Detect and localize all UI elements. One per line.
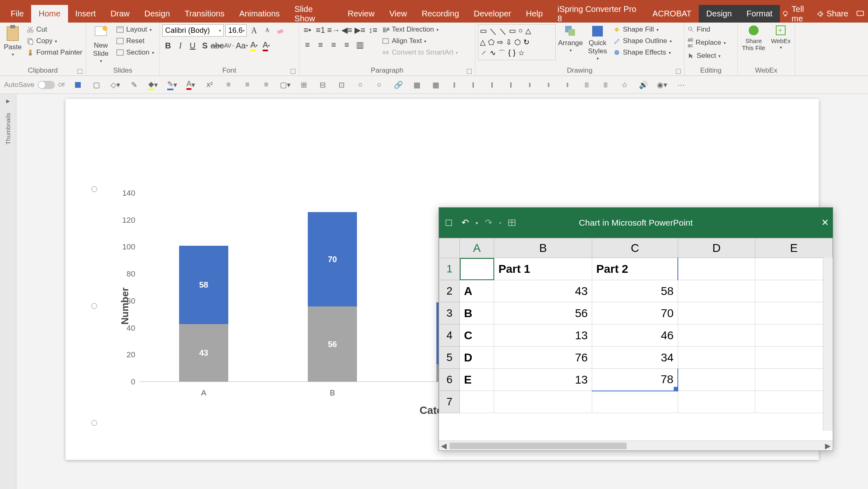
paste-button[interactable]: Paste ▾ [2,24,23,57]
row-header-2[interactable]: 2 [439,280,460,302]
qat-align-l[interactable]: ⫿ [468,79,479,91]
cell-d6[interactable] [678,369,755,391]
bullets-button[interactable]: ≡• [302,24,313,36]
qat-superscript-button[interactable]: x² [204,79,216,91]
excel-grid[interactable]: A B C D E 1 Part 1 Part 2 2A4358 [439,238,833,441]
tab-draw[interactable]: Draw [103,5,137,23]
cell-a4[interactable]: C [460,324,494,347]
cell-b2[interactable]: 43 [494,280,592,302]
qat-align-middle[interactable]: ▢▾ [279,79,291,91]
qat-align-left[interactable]: ≡ [223,79,234,91]
shadow-button[interactable]: S [199,40,211,51]
cell-b3[interactable]: 56 [494,302,592,324]
font-size-combo[interactable]: 16.6▾ [225,24,247,37]
copy-button[interactable]: Copy ▾ [26,36,83,46]
qat-anim[interactable]: ◉▾ [657,79,668,91]
row-header-6[interactable]: 6 [439,369,460,391]
qat-align-r[interactable]: ⫿ [506,79,517,91]
tab-animations[interactable]: Animations [232,5,287,23]
cell-c4[interactable]: 46 [592,324,678,347]
clipboard-dialog-launcher[interactable] [77,69,82,74]
quick-styles-button[interactable]: Quick Styles▾ [585,24,610,61]
shrink-font-button[interactable]: A [261,25,273,36]
tab-transitions[interactable]: Transitions [177,5,232,23]
excel-undo-button[interactable]: ↶ [459,217,471,229]
cell-a5[interactable]: D [460,347,494,369]
change-case-button[interactable]: Aa▾ [236,40,248,51]
resize-handle-tl[interactable] [91,186,97,192]
comments-icon[interactable] [856,9,865,18]
tab-chart-design[interactable]: Design [699,5,739,23]
qat-align-center[interactable]: ≡ [242,79,253,91]
tab-acrobat[interactable]: ACROBAT [645,5,699,23]
cell-d1[interactable] [678,258,755,280]
webex-button[interactable]: + WebEx▾ [769,24,792,50]
cell-a6[interactable]: E [460,369,494,391]
format-painter-button[interactable]: Format Painter [26,47,83,58]
cell-e4[interactable] [755,324,833,347]
tab-home[interactable]: Home [31,5,68,23]
col-header-a[interactable]: A [460,238,494,258]
bar-A[interactable]: 5843 [179,246,228,382]
col-header-b[interactable]: B [494,238,592,258]
cell-e5[interactable] [755,347,833,369]
qat-more[interactable]: ⋯ [675,79,687,91]
qat-circle[interactable]: ○ [374,79,385,91]
tab-recording[interactable]: Recording [414,5,466,23]
row-header-4[interactable]: 4 [439,324,460,347]
row-header-7[interactable]: 7 [439,391,460,413]
numbering-button[interactable]: ≡1 [315,24,326,36]
scroll-left-icon[interactable]: ◀ [439,441,449,450]
tab-chart-format[interactable]: Format [739,5,780,23]
excel-edit-data-button[interactable] [506,217,518,229]
justify-button[interactable]: ≡ [341,39,352,50]
excel-save-button[interactable] [443,217,454,229]
qat-chain[interactable]: 🔗 [393,79,404,91]
reset-button[interactable]: Reset [116,36,155,46]
tab-slideshow[interactable]: Slide Show [287,5,341,23]
resize-handle-bl[interactable] [91,420,97,426]
qat-audio[interactable]: 🔊 [638,79,649,91]
save-button[interactable] [72,79,84,91]
scroll-thumb[interactable] [450,443,627,449]
bar-B[interactable]: 7056 [308,212,357,382]
qat-btn-2[interactable]: ▢ [91,79,102,91]
drawing-dialog-launcher[interactable] [676,69,681,74]
webex-share-button[interactable]: Share This File [740,24,767,51]
select-button[interactable]: Select ▾ [687,50,727,61]
cell-e7[interactable] [755,391,833,413]
col-header-d[interactable]: D [678,238,755,258]
cell-c7[interactable] [592,391,678,413]
grow-font-button[interactable]: A [248,25,260,36]
qat-group[interactable]: ⊞ [298,79,310,91]
cell-b1[interactable]: Part 1 [494,258,592,280]
align-text-button[interactable]: Align Text ▾ [381,36,459,46]
char-spacing-button[interactable]: AV↔ [224,40,235,51]
qat-fontcolor-button[interactable]: A▾ [185,79,197,91]
qat-align-m[interactable]: ⫾ [543,79,555,91]
cell-e1[interactable] [755,258,833,280]
cell-a1[interactable] [460,258,494,280]
qat-align-b[interactable]: ⫾ [562,79,574,91]
tell-me-search[interactable]: Tell me [782,5,816,23]
highlight-button[interactable]: A▾ [248,40,260,51]
cell-a3[interactable]: B [460,302,494,324]
cell-c3[interactable]: 70 [592,302,678,324]
row-header-3[interactable]: 3 [439,302,460,324]
share-button[interactable]: Share [816,9,848,18]
excel-hscrollbar[interactable]: ◀ ▶ [439,441,833,450]
cell-a7[interactable] [460,391,494,413]
tab-file[interactable]: File [3,5,31,23]
tab-design[interactable]: Design [137,5,177,23]
qat-fill-button[interactable]: ◆▾ [148,79,159,91]
underline-button[interactable]: U [187,40,198,51]
qat-dist-v[interactable]: ⫼ [600,79,611,91]
line-spacing-button[interactable]: ↕≡ [367,24,379,36]
cell-b4[interactable]: 13 [494,324,592,347]
convert-smartart-button[interactable]: Convert to SmartArt ▾ [381,47,459,58]
cell-a2[interactable]: A [460,280,494,302]
align-center-button[interactable]: ≡ [315,39,326,50]
cell-c5[interactable]: 34 [592,347,678,369]
qat-dist-h[interactable]: ⫼ [581,79,593,91]
excel-close-button[interactable]: ✕ [821,217,829,228]
